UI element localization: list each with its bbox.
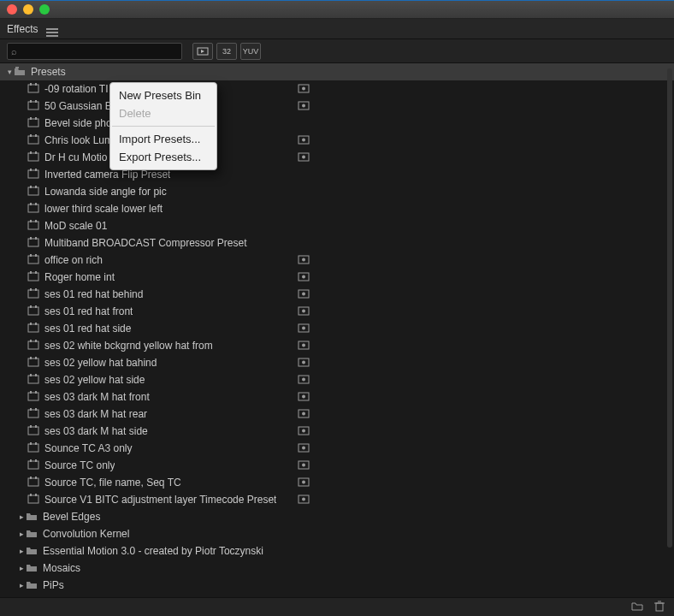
preset-folder[interactable]: ▸Convolution Kernel [0,525,674,542]
svg-rect-60 [30,305,32,308]
effects-tree[interactable]: ▾ Presets -09 rotation TI50 Gaussian BBe… [0,63,674,594]
svg-point-28 [302,155,305,158]
preset-folder[interactable]: ▸Bevel Edges [0,508,674,525]
preset-icon [27,151,39,164]
preset-folder[interactable]: ▸PiPs [0,577,674,594]
preset-icon [27,408,39,421]
caret-right-icon[interactable]: ▸ [17,564,26,572]
preset-item[interactable]: 50 Gaussian B [0,98,674,115]
svg-rect-30 [30,169,32,171]
preset-item[interactable]: -09 rotation TI [0,80,674,98]
preset-item[interactable]: Lowanda side angle for pic [0,183,674,200]
context-menu-separator [112,126,215,127]
svg-rect-56 [35,288,37,291]
svg-rect-69 [28,341,38,349]
preset-item[interactable]: Bevel side pho [0,115,674,132]
svg-rect-45 [30,254,32,257]
preset-item[interactable]: MoD scale 01 [0,217,674,234]
preset-item[interactable]: Chris look Lum [0,132,674,149]
preset-item[interactable]: Dr H cu Motio [0,149,674,166]
32bit-filter[interactable]: 32 [216,43,237,60]
svg-rect-31 [35,169,37,171]
caret-right-icon[interactable]: ▸ [17,512,26,521]
maximize-window-button[interactable] [39,4,50,15]
context-menu-delete: Delete [110,104,216,122]
preset-item[interactable]: ses 01 red hat side [0,320,674,337]
context-menu-new-presets-bin[interactable]: New Presets Bin [110,86,216,104]
preset-item[interactable]: lower third scale lower left [0,200,674,217]
search-input[interactable] [20,46,178,56]
search-field-wrap[interactable]: ⌕ [7,43,182,60]
svg-marker-4 [201,50,204,53]
svg-rect-74 [28,358,38,366]
preset-item[interactable]: Source TC only [0,457,674,474]
svg-point-118 [302,497,305,500]
badge-icon [298,425,310,438]
yuv-filter[interactable]: YUV [240,43,261,60]
caret-right-icon[interactable]: ▸ [17,530,26,538]
preset-label: 50 Gaussian B [44,100,112,112]
trash-icon[interactable] [653,600,665,615]
preset-icon [27,323,39,335]
svg-point-58 [302,292,305,295]
preset-item[interactable]: Source V1 BITC adjustment layer Timecode… [0,491,674,508]
preset-item[interactable]: ses 01 red hat behind [0,286,674,303]
context-menu-import-presets[interactable]: Import Presets... [110,130,216,148]
accelerated-effects-filter[interactable] [192,43,213,60]
svg-rect-40 [35,220,37,222]
svg-rect-49 [28,273,38,281]
svg-point-68 [302,326,305,329]
tree-root-presets[interactable]: ▾ Presets [0,63,674,80]
preset-item[interactable]: office on rich [0,252,674,269]
preset-item[interactable]: Roger home int [0,269,674,286]
preset-item[interactable]: ses 02 yellow hat side [0,371,674,388]
new-bin-icon[interactable] [631,600,643,615]
svg-rect-29 [28,170,38,178]
preset-label: ses 02 white bckgrnd yellow hat from [44,340,213,352]
svg-rect-46 [35,254,37,257]
svg-rect-70 [30,340,32,342]
preset-item[interactable]: ses 02 yellow hat bahind [0,354,674,371]
preset-folder[interactable]: ▸Essential Motion 3.0 - created by Piotr… [0,542,674,560]
preset-item[interactable]: Multiband BROADCAST Compressor Preset [0,234,674,252]
caret-right-icon[interactable]: ▸ [17,581,26,589]
badge-icon [298,323,310,335]
preset-item[interactable]: ses 03 dark M hat side [0,423,674,440]
preset-item[interactable]: ses 01 red hat front [0,303,674,320]
preset-label: Roger home int [44,271,115,283]
caret-down-icon[interactable]: ▾ [5,68,14,76]
minimize-window-button[interactable] [23,4,33,15]
preset-label: ses 01 red hat front [44,305,133,317]
preset-icon [27,425,39,438]
preset-item[interactable]: ses 02 white bckgrnd yellow hat from [0,337,674,354]
svg-rect-109 [28,478,38,486]
toolbar: ⌕ 32 YUV [0,39,674,63]
svg-point-88 [302,394,305,398]
panel-footer [0,597,674,616]
panel-menu-icon[interactable] [46,25,58,33]
svg-rect-35 [28,204,38,212]
preset-item[interactable]: Source TC, file name, Seq TC [0,474,674,491]
context-menu-export-presets[interactable]: Export Presets... [110,148,216,166]
preset-icon [27,271,39,284]
preset-item[interactable]: Inverted camera Flip Preset [0,166,674,183]
svg-rect-91 [35,408,37,411]
preset-icon [27,477,39,489]
folder-label: Essential Motion 3.0 - created by Piotr … [43,545,263,557]
preset-folder[interactable]: ▸Mosaics [0,560,674,577]
caret-right-icon[interactable]: ▸ [17,547,26,555]
preset-item[interactable]: Sounce TC A3 only [0,440,674,457]
svg-point-108 [302,463,305,466]
svg-rect-8 [35,83,37,86]
preset-label: Lowanda side angle for pic [44,186,167,198]
preset-item[interactable]: ses 03 dark M hat front [0,388,674,406]
svg-point-53 [302,275,305,278]
preset-icon [27,391,39,404]
close-window-button[interactable] [7,4,17,15]
presets-folder-icon [14,66,26,79]
preset-item[interactable]: ses 03 dark M hat rear [0,406,674,423]
folder-label: PiPs [43,579,64,591]
svg-rect-105 [30,459,32,462]
scrollbar[interactable] [667,68,672,548]
svg-point-103 [302,446,305,449]
